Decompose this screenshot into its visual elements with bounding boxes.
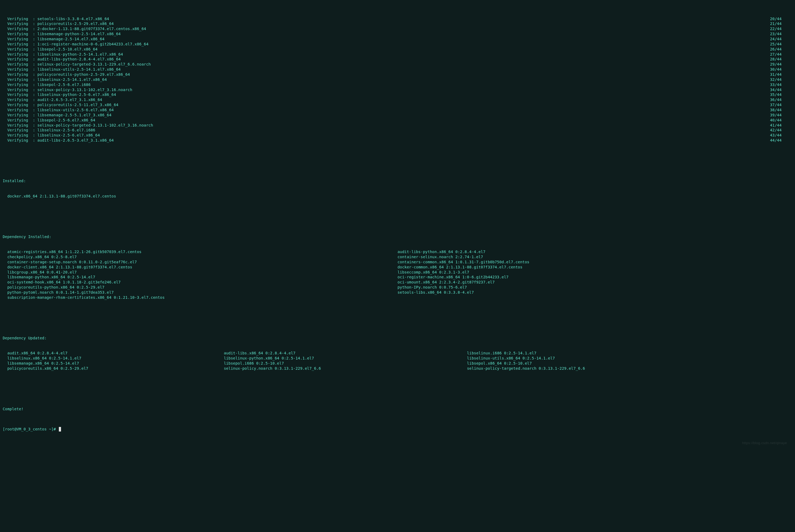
verify-progress: 34/44: [770, 87, 792, 92]
dep-item: selinux-policy.noarch 0:3.13.1-229.el7_6…: [224, 366, 467, 371]
verify-progress: 30/44: [770, 67, 792, 72]
spacer: [95, 118, 770, 123]
verify-text: Verifying : policycoreutils-python-2.5-2…: [3, 72, 130, 77]
verify-text: Verifying : 2:docker-1.13.1-88.git07f337…: [3, 26, 146, 32]
verify-line: Verifying : selinux-policy-targeted-3.13…: [3, 123, 792, 128]
watermark: https://blog.csdn.net/qinaye: [742, 441, 787, 445]
dep-installed-row: container-storage-setup.noarch 0:0.11.0-…: [3, 260, 792, 265]
verify-progress: 28/44: [770, 57, 792, 62]
verify-line: Verifying : policycoreutils-2.5-29.el7.x…: [3, 21, 792, 26]
spacer: [130, 72, 770, 77]
verify-progress: 24/44: [770, 37, 792, 42]
dep-installed-row: atomic-registries.x86_64 1:1.22.1-26.git…: [3, 249, 792, 254]
spacer: [132, 87, 770, 92]
verify-line: Verifying : libsemanage-python-2.5-14.el…: [3, 32, 792, 37]
verify-progress: 27/44: [770, 52, 792, 57]
verify-line: Verifying : audit-2.6.5-3.el7_3.1.x86_64…: [3, 97, 792, 102]
verify-progress: 25/44: [770, 42, 792, 47]
verify-line: Verifying : libselinux-2.5-14.1.el7.x86_…: [3, 77, 792, 82]
dep-item: audit.x86_64 0:2.8.4-4.el7: [3, 350, 224, 356]
spacer: [95, 128, 770, 133]
verify-line: Verifying : libselinux-utils-2.5-6.el7.x…: [3, 108, 792, 113]
dep-item: containers-common.x86_64 1:0.1.31-7.gitb…: [398, 260, 792, 265]
dep-item: libselinux.x86_64 0:2.5-14.1.el7: [3, 356, 224, 361]
verify-progress: 29/44: [770, 62, 792, 67]
dep-item: oci-systemd-hook.x86_64 1:0.1.18-2.git3e…: [3, 280, 398, 285]
installed-list: docker.x86_64 2:1.13.1-88.git07f3374.el7…: [3, 194, 792, 199]
spacer: [153, 123, 770, 128]
verify-text: Verifying : libselinux-2.5-14.1.el7.x86_…: [3, 77, 107, 82]
spacer: [116, 92, 770, 97]
dep-installed-header: Dependency Installed:: [3, 234, 792, 240]
verify-text: Verifying : 1:oci-register-machine-0-6.g…: [3, 42, 148, 47]
dep-item: audit-libs.x86_64 0:2.8.4-4.el7: [224, 350, 467, 356]
dep-item: policycoreutils-python.x86_64 0:2.5-29.e…: [3, 285, 398, 290]
verify-text: Verifying : selinux-policy-targeted-3.13…: [3, 62, 151, 67]
dep-item: atomic-registries.x86_64 1:1.22.1-26.git…: [3, 249, 398, 254]
spacer: [100, 133, 770, 138]
dep-installed-row: libsemanage-python.x86_64 0:2.5-14.el7oc…: [3, 274, 792, 280]
dep-item: libsepol.i686 0:2.5-10.el7: [224, 361, 467, 366]
spacer: [105, 37, 770, 42]
blank-line: [3, 386, 792, 391]
dep-item: checkpolicy.x86_64 0:2.5-8.el7: [3, 254, 398, 260]
spacer: [102, 97, 770, 102]
dep-installed-row: subscription-manager-rhsm-certificates.x…: [3, 295, 792, 300]
dep-item: libsepol.x86_64 0:2.5-10.el7: [467, 361, 792, 366]
blank-line: [3, 214, 792, 219]
verify-line: Verifying : libselinux-2.5-6.el7.i68642/…: [3, 128, 792, 133]
verify-text: Verifying : policycoreutils-2.5-29.el7.x…: [3, 21, 114, 26]
dep-item: selinux-policy-targeted.noarch 0:3.13.1-…: [467, 366, 792, 371]
verify-line: Verifying : libsemanage-2.5-5.1.el7_3.x8…: [3, 113, 792, 118]
dep-item: libcgroup.x86_64 0:0.41-20.el7: [3, 270, 398, 275]
dep-item: setools-libs.x86_64 0:3.3.8-4.el7: [398, 290, 792, 295]
verify-text: Verifying : audit-2.6.5-3.el7_3.1.x86_64: [3, 97, 102, 102]
verify-text: Verifying : setools-libs-3.3.8-4.el7.x86…: [3, 16, 109, 21]
shell-prompt-line[interactable]: [root@VM_0_3_centos ~]#: [3, 427, 792, 432]
verify-line: Verifying : libsepol-2.5-10.el7.x86_6426…: [3, 47, 792, 52]
verify-text: Verifying : libsemanage-2.5-5.1.el7_3.x8…: [3, 113, 112, 118]
dep-installed-row: checkpolicy.x86_64 0:2.5-8.el7container-…: [3, 254, 792, 260]
spacer: [114, 108, 770, 113]
spacer: [109, 16, 770, 21]
cursor-icon: [59, 427, 61, 432]
verify-progress: 20/44: [770, 16, 792, 21]
spacer: [98, 47, 770, 52]
spacer: [123, 52, 770, 57]
verify-progress: 35/44: [770, 92, 792, 97]
spacer: [148, 42, 770, 47]
verify-line: Verifying : libselinux-2.5-6.el7.x86_644…: [3, 133, 792, 138]
verify-text: Verifying : libselinux-python-2.5-6.el7.…: [3, 92, 116, 97]
blank-line: [3, 315, 792, 320]
dep-item: libsemanage-python.x86_64 0:2.5-14.el7: [3, 274, 398, 280]
verify-line: Verifying : libselinux-python-2.5-14.1.e…: [3, 52, 792, 57]
verify-text: Verifying : audit-libs-python-2.8.4-4.el…: [3, 57, 121, 62]
verify-line: Verifying : libselinux-utils-2.5-14.1.el…: [3, 67, 792, 72]
verify-text: Verifying : libselinux-utils-2.5-6.el7.x…: [3, 108, 114, 113]
verify-line: Verifying : audit-libs-2.6.5-3.el7_3.1.x…: [3, 138, 792, 143]
dep-item: docker-common.x86_64 2:1.13.1-88.git07f3…: [398, 265, 792, 270]
dep-updated-list: audit.x86_64 0:2.8.4-4.el7audit-libs.x86…: [3, 350, 792, 371]
verify-line: Verifying : libsepol-2.5-6.el7.x86_6440/…: [3, 118, 792, 123]
verify-text: Verifying : libselinux-utils-2.5-14.1.el…: [3, 67, 121, 72]
verify-progress: 36/44: [770, 97, 792, 102]
dep-item: libsemanage.x86_64 0:2.5-14.el7: [3, 361, 224, 366]
complete-line: Complete!: [3, 406, 792, 412]
verify-text: Verifying : libsepol-2.5-10.el7.x86_64: [3, 47, 98, 52]
verify-progress: 32/44: [770, 77, 792, 82]
dep-updated-row: libselinux.x86_64 0:2.5-14.1.el7libselin…: [3, 356, 792, 361]
dep-installed-row: policycoreutils-python.x86_64 0:2.5-29.e…: [3, 285, 792, 290]
verify-line: Verifying : policycoreutils-2.5-11.el7_3…: [3, 102, 792, 108]
dep-installed-row: python-pytoml.noarch 0:0.1.14-1.git7dea3…: [3, 290, 792, 295]
dep-item: libseccomp.x86_64 0:2.3.1-3.el7: [398, 270, 792, 275]
dep-updated-row: policycoreutils.x86_64 0:2.5-29.el7selin…: [3, 366, 792, 371]
verify-progress: 37/44: [770, 102, 792, 108]
verify-text: Verifying : libsepol-2.5-6.el7.x86_64: [3, 118, 95, 123]
dep-item: policycoreutils.x86_64 0:2.5-29.el7: [3, 366, 224, 371]
verify-text: Verifying : libselinux-2.5-6.el7.x86_64: [3, 133, 100, 138]
verify-progress: 26/44: [770, 47, 792, 52]
verify-line: Verifying : 2:docker-1.13.1-88.git07f337…: [3, 26, 792, 32]
verify-text: Verifying : libsemanage-python-2.5-14.el…: [3, 32, 121, 37]
terminal-window[interactable]: Verifying : setools-libs-3.3.8-4.el7.x86…: [0, 0, 795, 450]
verify-progress: 42/44: [770, 128, 792, 133]
